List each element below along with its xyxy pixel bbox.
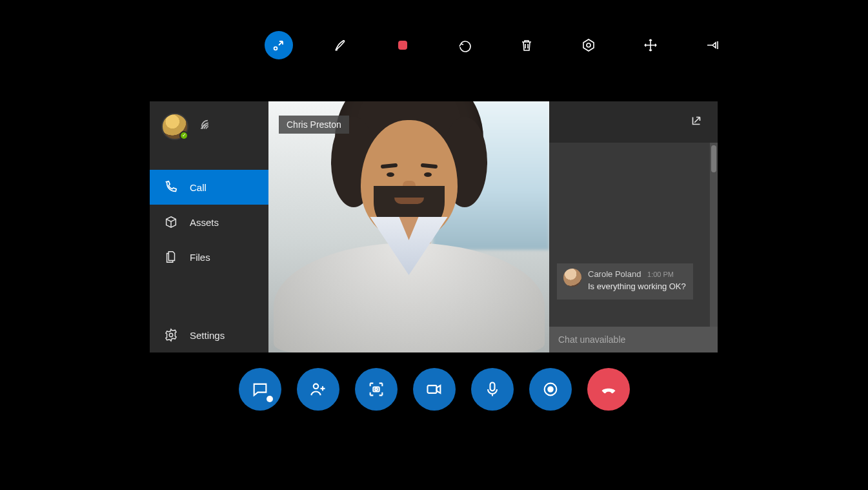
top-toolbar: [265, 26, 736, 65]
popout-button[interactable]: [689, 114, 703, 130]
sidebar-item-label: Files: [190, 252, 210, 263]
sidebar-item-label: Settings: [190, 330, 225, 341]
chat-header: [549, 101, 718, 143]
chat-scrollbar[interactable]: [710, 143, 718, 327]
undo-button[interactable]: [450, 31, 479, 59]
video-feed: Chris Preston: [268, 101, 549, 352]
sidebar-item-settings[interactable]: Settings: [150, 318, 268, 352]
chat-body: Carole Poland 1:00 PM Is everything work…: [549, 143, 718, 327]
record-button[interactable]: [529, 368, 572, 411]
add-person-icon: [309, 380, 327, 398]
collapse-ink-button[interactable]: [265, 31, 293, 59]
sidebar-header: [150, 101, 268, 152]
svg-point-3: [587, 43, 590, 47]
add-person-button[interactable]: [297, 368, 339, 411]
svg-point-0: [274, 47, 278, 50]
call-controls: [0, 368, 868, 411]
trash-icon: [519, 37, 534, 53]
record-icon: [541, 380, 560, 398]
chat-message: Carole Poland 1:00 PM Is everything work…: [557, 263, 693, 300]
message-time: 1:00 PM: [647, 271, 674, 278]
move-icon: [643, 37, 658, 53]
caller-name-badge: Chris Preston: [279, 116, 349, 134]
mic-button[interactable]: [471, 368, 514, 411]
svg-rect-8: [427, 385, 436, 393]
cast-icon[interactable]: [199, 118, 214, 135]
presence-available-icon: [179, 131, 188, 140]
chat-button[interactable]: [239, 368, 281, 411]
sidebar: Call Assets Files: [150, 101, 268, 352]
popout-icon: [689, 114, 703, 128]
camera-frame-icon: [367, 380, 385, 398]
svg-marker-2: [583, 39, 594, 51]
sidebar-item-call[interactable]: Call: [150, 170, 268, 205]
phone-icon: [164, 180, 178, 194]
message-sender: Carole Poland: [588, 269, 641, 279]
delete-button[interactable]: [512, 31, 541, 59]
pin-icon: [705, 37, 720, 53]
app-stage: Call Assets Files: [0, 0, 868, 490]
sidebar-item-assets[interactable]: Assets: [150, 205, 268, 240]
message-avatar: [563, 269, 581, 287]
pen-button[interactable]: [327, 31, 355, 59]
chat-input: Chat unavailable: [549, 327, 718, 352]
svg-point-5: [313, 384, 318, 389]
collapse-icon: [271, 37, 287, 53]
stop-record-button[interactable]: [389, 31, 417, 59]
svg-point-11: [548, 387, 552, 391]
video-button[interactable]: [413, 368, 456, 411]
hangup-icon: [600, 380, 618, 398]
move-button[interactable]: [636, 31, 665, 59]
caller-portrait: [287, 127, 532, 352]
app-panel: Call Assets Files: [150, 101, 718, 352]
chat-pane: Carole Poland 1:00 PM Is everything work…: [549, 101, 718, 352]
target-icon: [581, 37, 596, 53]
svg-point-7: [375, 388, 378, 391]
video-icon: [425, 380, 443, 398]
sidebar-item-label: Call: [190, 182, 207, 193]
snapshot-button[interactable]: [355, 368, 398, 411]
svg-rect-9: [490, 383, 494, 391]
sidebar-item-files[interactable]: Files: [150, 240, 268, 274]
box-icon: [164, 215, 178, 229]
pin-button[interactable]: [698, 31, 727, 59]
stop-icon: [395, 37, 410, 53]
notification-dot-icon: [267, 396, 273, 402]
message-text: Is everything working OK?: [588, 281, 686, 291]
files-icon: [164, 250, 178, 264]
hangup-button[interactable]: [587, 368, 630, 411]
svg-rect-1: [398, 41, 407, 50]
undo-icon: [457, 37, 472, 53]
sidebar-item-label: Assets: [190, 217, 219, 228]
mic-icon: [483, 380, 501, 398]
self-avatar[interactable]: [161, 113, 188, 140]
gear-icon: [164, 328, 178, 342]
svg-point-4: [169, 333, 173, 337]
target-button[interactable]: [574, 31, 603, 59]
chat-icon: [251, 380, 269, 398]
pen-icon: [333, 37, 348, 53]
